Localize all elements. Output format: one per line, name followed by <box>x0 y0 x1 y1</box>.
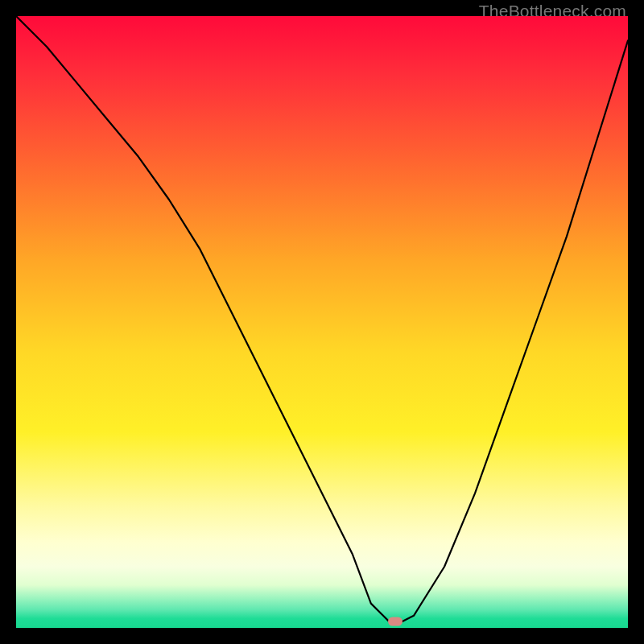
plot-area <box>16 16 628 628</box>
chart-frame: TheBottleneck.com <box>0 0 644 644</box>
bottleneck-curve <box>16 16 628 628</box>
optimal-marker-icon <box>388 617 402 626</box>
